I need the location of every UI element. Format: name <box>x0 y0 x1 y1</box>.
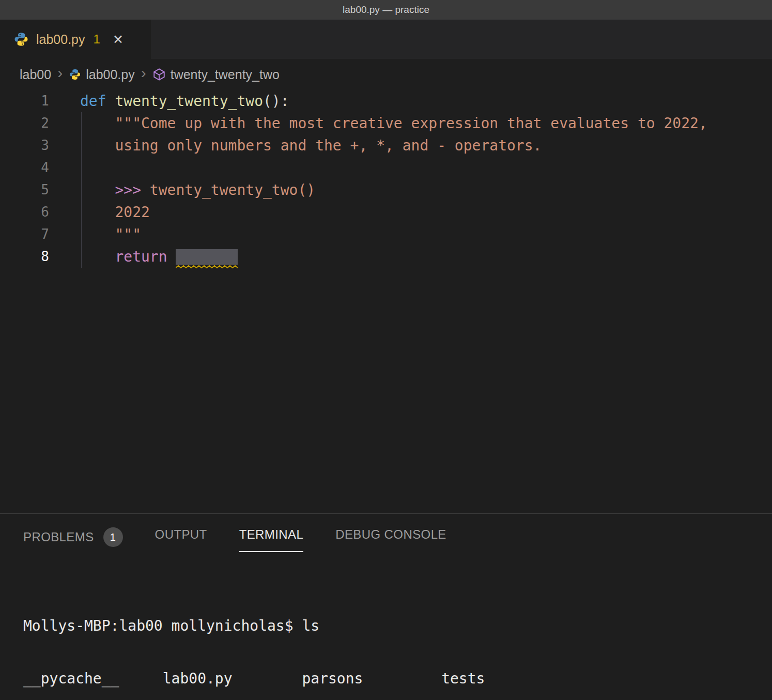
code-editor[interactable]: 1 def twenty_twenty_two(): 2 """Come up … <box>0 90 772 514</box>
code-line[interactable]: 5 >>> twenty_twenty_two() <box>0 179 772 201</box>
tab-strip: lab00.py 1 ✕ <box>0 20 772 59</box>
warning-squiggle <box>176 265 238 269</box>
title-bar: lab00.py — practice <box>0 0 772 20</box>
code-line[interactable]: 2 """Come up with the most creative expr… <box>0 112 772 134</box>
tab-lab00py[interactable]: lab00.py 1 ✕ <box>0 20 151 59</box>
panel-tab-label: TERMINAL <box>239 527 304 542</box>
tab-label: lab00.py <box>36 32 85 47</box>
terminal-line: __pycache__ lab00.py parsons tests <box>23 670 772 688</box>
selection-highlight <box>176 249 238 265</box>
line-number: 8 <box>0 246 49 268</box>
indent-guide <box>81 112 82 268</box>
code-token: return <box>80 248 176 265</box>
chevron-right-icon: › <box>141 65 146 81</box>
tab-terminal[interactable]: TERMINAL <box>239 527 304 552</box>
tab-output[interactable]: OUTPUT <box>155 527 207 551</box>
line-number: 4 <box>0 157 49 179</box>
tab-problems[interactable]: PROBLEMS 1 <box>23 527 123 556</box>
code-line[interactable]: 3 using only numbers and the +, *, and -… <box>0 134 772 157</box>
terminal[interactable]: Mollys-MBP:lab00 mollynicholas$ ls __pyc… <box>0 556 772 700</box>
close-icon[interactable]: ✕ <box>113 32 123 47</box>
code-token: (): <box>263 93 289 110</box>
panel-tab-label: OUTPUT <box>155 527 207 542</box>
symbol-method-icon <box>152 68 166 81</box>
code-token: 2022 <box>80 204 150 221</box>
code-token: twenty_twenty_two <box>115 93 263 110</box>
line-number: 2 <box>0 112 49 134</box>
line-number: 1 <box>0 90 49 112</box>
problems-count-badge: 1 <box>103 527 123 547</box>
tab-problem-count: 1 <box>94 32 100 47</box>
code-token: twenty_twenty_two() <box>150 181 315 199</box>
code-line[interactable]: 1 def twenty_twenty_two(): <box>0 90 772 112</box>
code-token: """ <box>80 226 141 243</box>
breadcrumb-item-lab00py[interactable]: lab00.py <box>69 67 135 82</box>
chevron-right-icon: › <box>57 65 63 81</box>
terminal-line: Mollys-MBP:lab00 mollynicholas$ ls <box>23 617 772 635</box>
python-icon <box>69 68 81 81</box>
breadcrumb: lab00 › lab00.py › twenty_twenty_two <box>0 59 772 90</box>
breadcrumb-item-lab00[interactable]: lab00 <box>20 67 51 82</box>
code-line[interactable]: 4 <box>0 157 772 179</box>
code-token: def <box>80 93 115 110</box>
bottom-panel: PROBLEMS 1 OUTPUT TERMINAL DEBUG CONSOLE… <box>0 514 772 699</box>
python-icon <box>13 32 29 47</box>
code-line[interactable]: 6 2022 <box>0 201 772 223</box>
code-line[interactable]: 7 """ <box>0 223 772 246</box>
panel-tab-label: PROBLEMS <box>23 530 94 544</box>
line-number: 6 <box>0 201 49 223</box>
window-title: lab00.py — practice <box>343 4 429 16</box>
code-token: """Come up with the most creative expres… <box>80 115 707 132</box>
breadcrumb-item-symbol[interactable]: twenty_twenty_two <box>152 67 280 82</box>
code-line[interactable]: 8 return <box>0 246 772 268</box>
panel-tab-bar: PROBLEMS 1 OUTPUT TERMINAL DEBUG CONSOLE <box>0 514 772 556</box>
tab-debug-console[interactable]: DEBUG CONSOLE <box>335 527 446 551</box>
panel-tab-label: DEBUG CONSOLE <box>335 527 446 542</box>
line-number: 3 <box>0 134 49 157</box>
breadcrumb-label: lab00.py <box>86 67 135 82</box>
breadcrumb-label: twenty_twenty_two <box>171 67 280 82</box>
code-token: >>> <box>80 181 150 199</box>
code-token: using only numbers and the +, *, and - o… <box>80 137 542 154</box>
breadcrumb-label: lab00 <box>20 67 51 82</box>
line-number: 5 <box>0 179 49 201</box>
line-number: 7 <box>0 223 49 246</box>
